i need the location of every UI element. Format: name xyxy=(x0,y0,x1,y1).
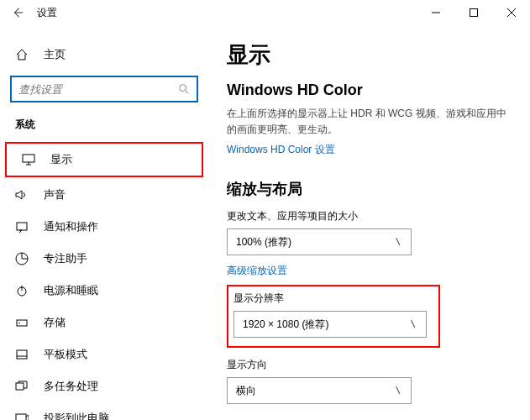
resolution-label: 显示分辨率 xyxy=(234,291,432,306)
sidebar-item-label: 存储 xyxy=(44,315,66,330)
minimize-button[interactable] xyxy=(417,0,454,25)
search-field[interactable] xyxy=(18,83,178,96)
multitask-icon xyxy=(15,381,30,392)
sidebar-item-storage[interactable]: 存储 xyxy=(0,307,208,339)
chevron-down-icon: 〵 xyxy=(409,320,417,329)
back-icon[interactable] xyxy=(12,7,29,18)
chevron-down-icon: 〵 xyxy=(394,238,402,247)
focus-icon xyxy=(15,252,30,265)
resolution-dropdown[interactable]: 1920 × 1080 (推荐) 〵 xyxy=(234,311,427,338)
close-button[interactable] xyxy=(492,0,530,25)
svg-point-4 xyxy=(180,85,186,92)
hd-color-heading: Windows HD Color xyxy=(227,81,515,99)
page-title: 显示 xyxy=(227,40,515,70)
search-icon xyxy=(178,83,190,95)
sidebar-item-label: 专注助手 xyxy=(44,251,87,266)
sidebar-item-label: 显示 xyxy=(50,152,72,167)
sidebar-item-tablet[interactable]: 平板模式 xyxy=(0,339,208,370)
window-title: 设置 xyxy=(37,6,57,20)
sidebar-item-label: 通知和操作 xyxy=(44,219,98,234)
svg-rect-12 xyxy=(17,320,27,326)
sidebar-item-label: 多任务处理 xyxy=(44,379,98,394)
display-icon xyxy=(22,154,37,165)
search-input[interactable] xyxy=(10,76,198,102)
scale-heading: 缩放与布局 xyxy=(227,179,515,199)
sound-icon xyxy=(15,189,30,201)
svg-rect-9 xyxy=(17,223,27,230)
scale-label: 更改文本、应用等项目的大小 xyxy=(227,209,515,223)
sidebar-item-label: 平板模式 xyxy=(44,347,87,362)
sidebar: 主页 系统 显示 声音 通知和操作 专注助手 xyxy=(0,25,208,420)
svg-point-13 xyxy=(18,323,20,324)
orientation-label: 显示方向 xyxy=(227,358,515,372)
svg-rect-17 xyxy=(16,414,26,420)
svg-line-5 xyxy=(186,91,189,94)
power-icon xyxy=(15,284,30,297)
chevron-down-icon: 〵 xyxy=(394,386,402,396)
storage-icon xyxy=(15,317,30,328)
orientation-value: 横向 xyxy=(236,384,256,398)
svg-rect-6 xyxy=(23,155,34,162)
sidebar-item-label: 声音 xyxy=(44,187,66,202)
adv-scale-link[interactable]: 高级缩放设置 xyxy=(227,264,287,278)
sidebar-item-label: 投影到此电脑 xyxy=(44,411,109,420)
sidebar-item-focus[interactable]: 专注助手 xyxy=(0,243,208,275)
sidebar-item-notifications[interactable]: 通知和操作 xyxy=(0,211,208,243)
notification-icon xyxy=(15,221,30,233)
hd-desc: 在上面所选择的显示器上让 HDR 和 WCG 视频、游戏和应用中的画面更明亮、更… xyxy=(227,106,515,138)
maximize-button[interactable] xyxy=(454,0,492,25)
tablet-icon xyxy=(15,349,30,360)
sidebar-item-sound[interactable]: 声音 xyxy=(0,179,208,211)
project-icon xyxy=(15,412,30,420)
hd-color-link[interactable]: Windows HD Color 设置 xyxy=(227,143,515,157)
section-label: 系统 xyxy=(0,118,208,132)
sidebar-item-display[interactable]: 显示 xyxy=(7,144,202,176)
svg-rect-1 xyxy=(470,9,477,17)
resolution-value: 1920 × 1080 (推荐) xyxy=(243,318,328,332)
home-icon xyxy=(15,48,30,61)
main-content: 显示 Windows HD Color 在上面所选择的显示器上让 HDR 和 W… xyxy=(208,25,530,420)
sidebar-item-project[interactable]: 投影到此电脑 xyxy=(0,402,208,420)
svg-rect-16 xyxy=(16,383,24,390)
svg-rect-14 xyxy=(17,350,27,359)
home-label: 主页 xyxy=(44,47,66,62)
scale-dropdown[interactable]: 100% (推荐) 〵 xyxy=(227,228,412,255)
orientation-dropdown[interactable]: 横向 〵 xyxy=(227,377,412,404)
sidebar-item-multitask[interactable]: 多任务处理 xyxy=(0,370,208,402)
home-button[interactable]: 主页 xyxy=(0,40,208,69)
scale-value: 100% (推荐) xyxy=(236,235,291,249)
sidebar-item-power[interactable]: 电源和睡眠 xyxy=(0,275,208,307)
sidebar-item-label: 电源和睡眠 xyxy=(44,283,98,298)
